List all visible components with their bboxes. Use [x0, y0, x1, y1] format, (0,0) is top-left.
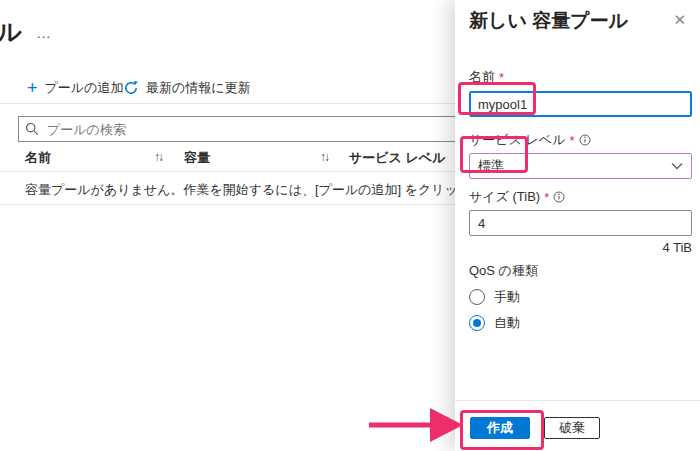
chevron-down-icon [671, 162, 683, 170]
panel-title: 新しい 容量プール [469, 8, 628, 34]
refresh-icon [123, 80, 139, 96]
refresh-button[interactable]: 最新の情報に更新 [123, 78, 251, 98]
panel-header: 新しい 容量プール ✕ [469, 6, 692, 34]
size-hint: 4 TiB [469, 240, 692, 255]
create-button[interactable]: 作成 [470, 417, 530, 439]
page-title: ル [0, 16, 22, 48]
required-asterisk: * [569, 133, 574, 148]
column-header-service-level[interactable]: サービス レベル [349, 149, 445, 167]
qos-radio-manual[interactable]: 手動 [469, 288, 692, 306]
info-icon [553, 191, 565, 203]
service-level-label: サービス レベル * [469, 131, 692, 149]
more-menu-button[interactable]: … [36, 24, 52, 41]
plus-icon: + [27, 80, 38, 96]
qos-type-label: QoS の種類 [469, 262, 692, 280]
panel-footer: 作成 破棄 [455, 400, 700, 451]
name-input[interactable] [469, 91, 692, 117]
required-asterisk: * [499, 70, 504, 85]
new-capacity-pool-panel: 新しい 容量プール ✕ 名前 * サービス レベル * 標準 サイズ (TiB)… [455, 0, 700, 451]
qos-auto-label: 自動 [494, 314, 520, 332]
name-field-label: 名前 * [469, 68, 692, 86]
service-level-select[interactable]: 標準 [469, 153, 692, 179]
size-field-label: サイズ (TiB) * [469, 188, 692, 206]
info-icon [579, 134, 591, 146]
radio-unselected-icon [469, 289, 485, 305]
column-header-capacity[interactable]: 容量 [184, 149, 210, 167]
add-pool-button[interactable]: + プールの追加 [27, 78, 123, 98]
qos-radio-auto[interactable]: 自動 [469, 314, 692, 332]
sort-icon: ↑↓ [154, 150, 162, 164]
column-header-name[interactable]: 名前 [25, 149, 51, 167]
close-icon[interactable]: ✕ [673, 12, 686, 27]
radio-selected-icon [469, 315, 485, 331]
search-icon [25, 122, 39, 136]
discard-button[interactable]: 破棄 [544, 417, 600, 439]
qos-manual-label: 手動 [494, 288, 520, 306]
required-asterisk: * [544, 190, 549, 205]
size-input[interactable] [469, 210, 692, 236]
sort-icon: ↑↓ [320, 150, 328, 164]
refresh-label: 最新の情報に更新 [146, 79, 251, 97]
service-level-value: 標準 [478, 157, 504, 175]
add-pool-label: プールの追加 [45, 79, 124, 97]
